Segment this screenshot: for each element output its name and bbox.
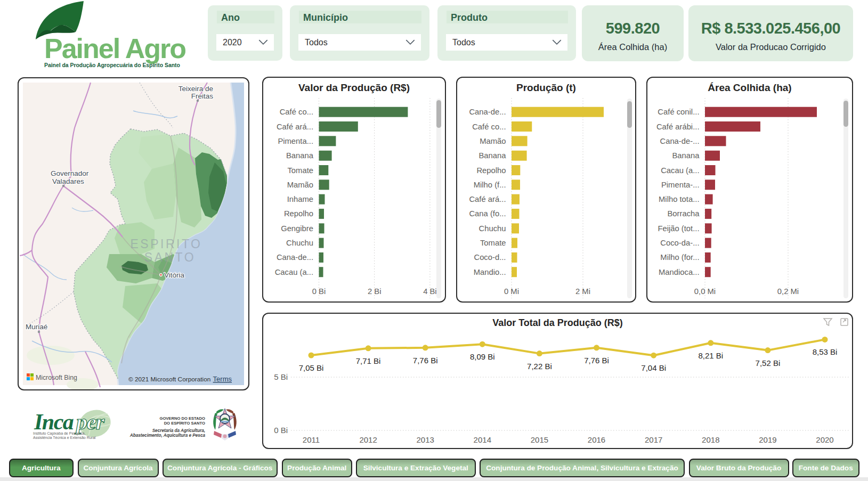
svg-text:Banana: Banana — [672, 151, 700, 160]
svg-text:Gengibre: Gengibre — [281, 224, 313, 233]
svg-text:Café arábi...: Café arábi... — [656, 123, 700, 131]
svg-text:2016: 2016 — [588, 435, 605, 444]
svg-text:7,52 Bi: 7,52 Bi — [756, 358, 781, 368]
svg-text:0,0 Mi: 0,0 Mi — [694, 287, 716, 296]
svg-text:2012: 2012 — [359, 435, 377, 444]
svg-text:ESPIRITO: ESPIRITO — [131, 237, 202, 251]
svg-text:2011: 2011 — [303, 435, 320, 444]
svg-text:Cana-de-...: Cana-de-... — [660, 137, 699, 145]
svg-text:Repolho: Repolho — [284, 209, 313, 218]
svg-text:Milho (f...: Milho (f... — [474, 181, 506, 189]
svg-text:5 Bi: 5 Bi — [274, 372, 288, 381]
svg-text:0 Bi: 0 Bi — [312, 287, 326, 296]
svg-text:Café ará...: Café ará... — [277, 123, 313, 131]
svg-text:Tomate: Tomate — [287, 166, 313, 175]
svg-text:2019: 2019 — [759, 435, 776, 444]
svg-text:Chuchu: Chuchu — [286, 239, 313, 247]
svg-text:Pimenta-...: Pimenta-... — [661, 181, 700, 189]
svg-text:Terms: Terms — [213, 375, 232, 383]
svg-text:2 Mi: 2 Mi — [575, 287, 590, 296]
svg-text:Assistência Técnica e Extensão: Assistência Técnica e Extensão Rural — [33, 436, 96, 439]
svg-text:4 Bi: 4 Bi — [423, 287, 437, 296]
svg-text:2017: 2017 — [645, 435, 662, 444]
svg-text:Milho (for...: Milho (for... — [660, 253, 699, 262]
svg-text:Mamão: Mamão — [287, 181, 313, 189]
svg-text:7,22 Bi: 7,22 Bi — [527, 362, 552, 371]
svg-text:0,2 Mi: 0,2 Mi — [777, 287, 799, 296]
svg-text:Freitas: Freitas — [191, 92, 214, 100]
svg-text:Mandioca...: Mandioca... — [659, 268, 700, 276]
svg-text:Repolho: Repolho — [476, 166, 506, 175]
svg-text:Microsoft Bing: Microsoft Bing — [36, 374, 77, 381]
svg-text:Valadares: Valadares — [52, 177, 84, 185]
svg-text:Banana: Banana — [286, 151, 314, 160]
svg-text:Café co...: Café co... — [280, 108, 313, 116]
svg-text:Café ará...: Café ará... — [469, 195, 506, 203]
svg-text:8,53 Bi: 8,53 Bi — [813, 347, 838, 356]
svg-text:Chuchu: Chuchu — [478, 224, 506, 233]
svg-text:7,71 Bi: 7,71 Bi — [356, 356, 381, 365]
svg-text:Banana: Banana — [478, 151, 506, 160]
svg-text:0 Mi: 0 Mi — [504, 287, 519, 296]
svg-text:Coco-d...: Coco-d... — [474, 253, 506, 262]
svg-text:2013: 2013 — [417, 435, 434, 444]
svg-text:7,05 Bi: 7,05 Bi — [299, 363, 324, 372]
svg-text:Governador: Governador — [51, 169, 89, 177]
svg-text:Coco-da-...: Coco-da-... — [660, 239, 699, 247]
svg-text:0 Bi: 0 Bi — [274, 426, 288, 435]
svg-text:Cana (fo...: Cana (fo... — [469, 209, 506, 218]
svg-text:Café conil...: Café conil... — [658, 108, 699, 116]
svg-text:Instituto Capixaba de Pesquisa: Instituto Capixaba de Pesquisa, — [33, 431, 86, 436]
svg-text:Cana-de...: Cana-de... — [469, 108, 506, 116]
svg-text:Pimenta...: Pimenta... — [278, 137, 313, 145]
svg-text:Inhame: Inhame — [287, 195, 313, 203]
svg-text:7,04 Bi: 7,04 Bi — [641, 363, 666, 372]
svg-text:Feijão (tot...: Feijão (tot... — [658, 224, 699, 233]
svg-text:8,09 Bi: 8,09 Bi — [470, 352, 495, 361]
svg-text:Milho tota...: Milho tota... — [659, 195, 699, 203]
svg-text:Borracha: Borracha — [667, 209, 700, 218]
svg-text:Café co...: Café co... — [472, 123, 506, 131]
svg-text:Tomate: Tomate — [480, 239, 506, 247]
svg-text:Cacau (a...: Cacau (a... — [275, 268, 313, 276]
svg-text:2018: 2018 — [702, 435, 719, 444]
svg-text:Inca: Inca — [34, 410, 74, 434]
svg-text:Muriaé: Muriaé — [26, 323, 47, 331]
svg-text:2014: 2014 — [474, 435, 491, 444]
svg-text:Mamão: Mamão — [480, 137, 506, 145]
svg-text:Cana-de...: Cana-de... — [277, 253, 313, 262]
svg-text:2020: 2020 — [816, 435, 833, 444]
svg-text:2015: 2015 — [531, 435, 548, 444]
svg-text:Vitória: Vitória — [164, 271, 185, 279]
svg-text:2 Bi: 2 Bi — [368, 287, 382, 296]
svg-text:SANTO: SANTO — [144, 250, 196, 264]
svg-text:Teixeira de: Teixeira de — [179, 85, 213, 93]
svg-text:7,76 Bi: 7,76 Bi — [584, 356, 609, 365]
svg-text:7,76 Bi: 7,76 Bi — [413, 356, 438, 365]
svg-text:Mandio...: Mandio... — [474, 268, 506, 276]
svg-text:Cacau (a...: Cacau (a... — [661, 166, 699, 175]
svg-text:8,21 Bi: 8,21 Bi — [698, 351, 723, 360]
svg-text:© 2021 Microsoft Corporation: © 2021 Microsoft Corporation — [128, 376, 210, 383]
